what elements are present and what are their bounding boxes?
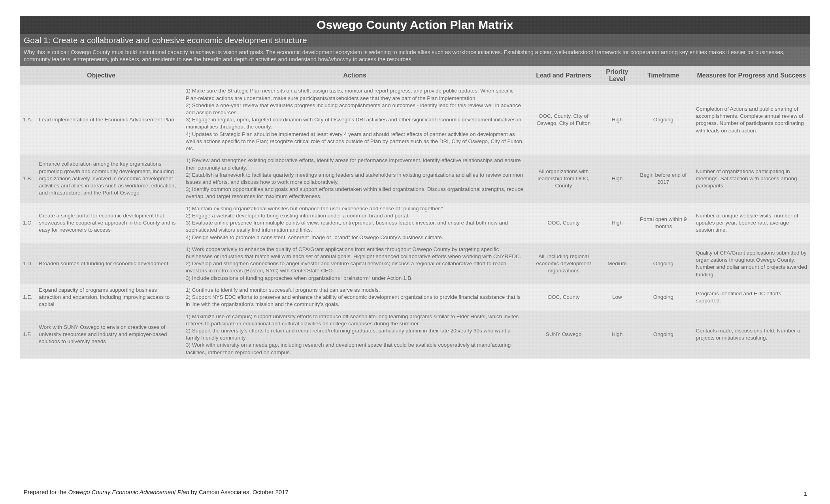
table-row: 1.D.Broaden sources of funding for econo… — [20, 244, 810, 284]
row-measures: Number of organizations participating in… — [693, 155, 810, 202]
goal-rationale: Why this is critical: Oswego County must… — [20, 47, 810, 66]
row-id: 1.C. — [20, 203, 36, 244]
row-timeframe: Ongoing — [634, 284, 693, 311]
row-actions: 1) Make sure the Strategic Plan never si… — [183, 85, 527, 155]
row-objective: Enhance collaboration among the key orga… — [36, 155, 183, 202]
row-actions: 1) Maximize use of campus; support unive… — [183, 311, 527, 359]
goal-heading: Goal 1: Create a collaborative and cohes… — [20, 34, 810, 47]
row-timeframe: Begin before end of 2017 — [634, 155, 693, 202]
row-timeframe: Ongoing — [634, 311, 693, 359]
row-priority: High — [600, 203, 634, 244]
row-id: 1.D. — [20, 244, 36, 284]
row-lead: All, including regional economic develop… — [527, 244, 600, 284]
row-actions: 1) Work cooperatively to enhance the qua… — [183, 244, 527, 284]
row-lead: OOC, County, City of Oswego, City of Ful… — [527, 85, 600, 155]
action-plan-table: Objective Actions Lead and Partners Prio… — [20, 66, 810, 358]
row-timeframe: Ongoing — [634, 244, 693, 284]
col-header-measures: Measures for Progress and Success — [693, 66, 810, 85]
row-measures: Completion of Actions and public sharing… — [693, 85, 810, 155]
row-priority: High — [600, 155, 634, 202]
footer-suffix: by Camoin Associates, October 2017 — [189, 489, 289, 495]
row-id: 1.A. — [20, 85, 36, 155]
table-row: 1.A.Lead implementation of the Economic … — [20, 85, 810, 155]
row-objective: Lead implementation of the Economic Adva… — [36, 85, 183, 155]
row-id: 1.E. — [20, 284, 36, 311]
col-header-lead: Lead and Partners — [527, 66, 600, 85]
col-header-timeframe: Timeframe — [634, 66, 693, 85]
footer-credit: Prepared for the Oswego County Economic … — [24, 489, 289, 495]
row-objective: Work with SUNY Oswego to envision creati… — [36, 311, 183, 359]
col-header-actions: Actions — [183, 66, 527, 85]
row-objective: Expand capacity of programs supporting b… — [36, 284, 183, 311]
row-actions: 1) Continue to identify and monitor succ… — [183, 284, 527, 311]
row-objective: Broaden sources of funding for economic … — [36, 244, 183, 284]
row-timeframe: Ongoing — [634, 85, 693, 155]
table-row: 1.F.Work with SUNY Oswego to envision cr… — [20, 311, 810, 359]
page-number: 1 — [804, 490, 807, 497]
row-actions: 1) Maintain existing organizational webs… — [183, 203, 527, 244]
row-priority: Low — [600, 284, 634, 311]
row-priority: High — [600, 85, 634, 155]
row-id: 1.F. — [20, 311, 36, 359]
document-title: Oswego County Action Plan Matrix — [20, 16, 810, 34]
footer-plan-name: Oswego County Economic Advancement Plan — [68, 489, 189, 495]
table-header-row: Objective Actions Lead and Partners Prio… — [20, 66, 810, 85]
row-priority: Medium — [600, 244, 634, 284]
col-header-priority: Priority Level — [600, 66, 634, 85]
footer-prefix: Prepared for the — [24, 489, 68, 495]
row-id: 1.B. — [20, 155, 36, 202]
row-actions: 1) Review and strengthen existing collab… — [183, 155, 527, 202]
col-header-objective: Objective — [20, 66, 183, 85]
table-row: 1.E.Expand capacity of programs supporti… — [20, 284, 810, 311]
row-measures: Number of unique website visits, number … — [693, 203, 810, 244]
row-lead: OOC, County — [527, 203, 600, 244]
row-lead: OOC, County — [527, 284, 600, 311]
row-priority: High — [600, 311, 634, 359]
row-objective: Create a single portal for economic deve… — [36, 203, 183, 244]
row-measures: Contacts made, discussions held. Number … — [693, 311, 810, 359]
row-timeframe: Portal open within 9 months — [634, 203, 693, 244]
row-measures: Quality of CFA/Grant applications submit… — [693, 244, 810, 284]
row-measures: Programs identified and EDC efforts supp… — [693, 284, 810, 311]
table-row: 1.C.Create a single portal for economic … — [20, 203, 810, 244]
row-lead: All organizations with leadership from O… — [527, 155, 600, 202]
row-lead: SUNY Oswego — [527, 311, 600, 359]
table-row: 1.B.Enhance collaboration among the key … — [20, 155, 810, 202]
